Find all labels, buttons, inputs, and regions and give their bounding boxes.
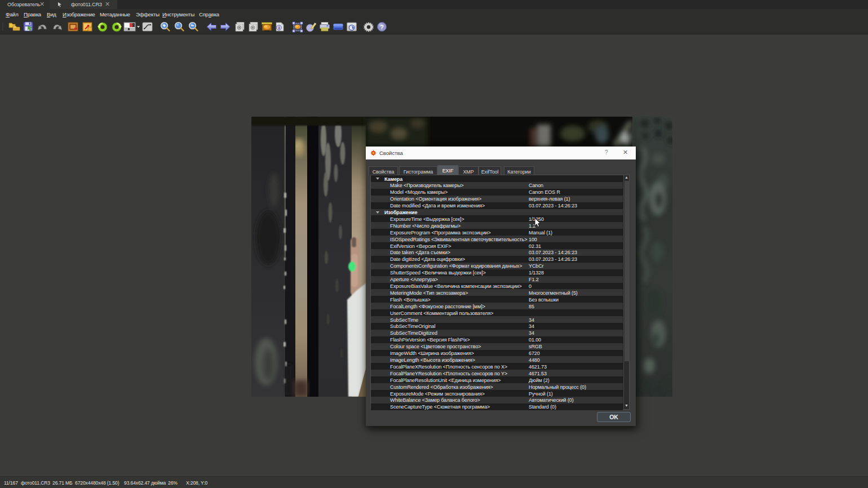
svg-text:?: ? xyxy=(380,24,384,30)
